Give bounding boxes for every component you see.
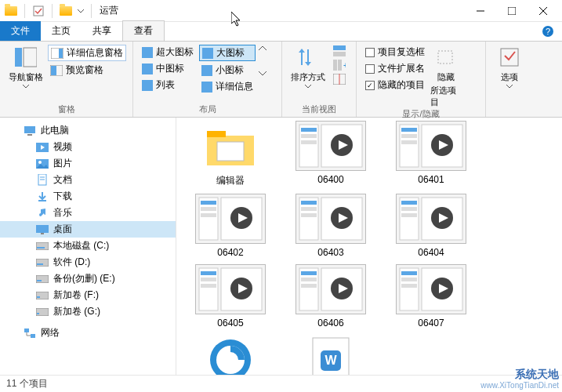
- file-label: 06405: [217, 318, 243, 328]
- group-by-button[interactable]: [331, 45, 348, 57]
- sort-button[interactable]: 排序方式: [288, 45, 328, 89]
- details-view-button[interactable]: 详细信息: [199, 79, 256, 94]
- large-icons-button[interactable]: 大图标: [199, 45, 256, 61]
- checkbox-icon[interactable]: [31, 3, 46, 19]
- nav-tree: 此电脑 视频 图片 文档 下载 音乐 桌面 本地磁盘 (C:) 软件 (D:) …: [0, 118, 176, 375]
- tab-home[interactable]: 主页: [41, 21, 82, 41]
- file-item[interactable]: 06401: [393, 121, 470, 187]
- tree-pictures[interactable]: 图片: [0, 155, 176, 172]
- tree-music[interactable]: 音乐: [0, 205, 176, 221]
- svg-rect-8: [24, 48, 37, 67]
- titlebar: 运营: [0, 0, 562, 22]
- maximize-button[interactable]: [496, 0, 528, 22]
- file-item[interactable]: 06400: [292, 121, 369, 187]
- folder-thumb: [195, 121, 266, 171]
- svg-rect-68: [201, 213, 216, 217]
- svg-rect-0: [34, 6, 43, 16]
- folder-icon[interactable]: [3, 3, 19, 19]
- svg-rect-16: [333, 52, 346, 56]
- item-checkboxes-toggle[interactable]: 项目复选框: [363, 45, 427, 60]
- details-pane-button[interactable]: 详细信息窗格: [48, 45, 126, 61]
- svg-rect-22: [438, 51, 452, 64]
- help-icon[interactable]: ?: [534, 22, 562, 41]
- minimize-button[interactable]: [465, 0, 496, 22]
- file-item[interactable]: 06404: [393, 194, 470, 258]
- tree-desktop[interactable]: 桌面: [0, 221, 176, 238]
- dropdown-icon[interactable]: [76, 3, 85, 19]
- svg-rect-61: [401, 140, 417, 144]
- video-icon: [36, 141, 49, 154]
- svg-rect-102: [401, 278, 417, 281]
- tree-drive-c[interactable]: 本地磁盘 (C:): [0, 238, 176, 254]
- file-item[interactable]: 06405: [192, 264, 269, 328]
- svg-text:?: ?: [546, 27, 550, 36]
- size-columns-button[interactable]: [331, 73, 348, 85]
- window-controls: [465, 0, 559, 22]
- tree-videos[interactable]: 视频: [0, 139, 176, 155]
- svg-rect-60: [401, 134, 417, 138]
- hide-selected-button[interactable]: 隐藏 所选项目: [430, 45, 462, 108]
- file-item[interactable]: 06406: [292, 264, 369, 328]
- file-item[interactable]: 06407: [393, 264, 470, 328]
- list-button[interactable]: 列表: [140, 78, 196, 93]
- close-button[interactable]: [528, 0, 559, 22]
- svg-text:W: W: [325, 354, 337, 367]
- ribbon-group-showhide: 项目复选框 文件扩展名 ✓隐藏的项目 隐藏 所选项目 显示/隐藏: [357, 42, 486, 117]
- hidden-items-toggle[interactable]: ✓隐藏的项目: [363, 78, 427, 93]
- tab-view[interactable]: 查看: [122, 20, 165, 41]
- svg-rect-41: [36, 292, 49, 299]
- small-icons-button[interactable]: 小图标: [199, 63, 256, 78]
- file-label: 06406: [317, 318, 343, 328]
- layout-icon: [142, 47, 153, 58]
- file-label: 编辑器: [216, 174, 245, 187]
- svg-rect-88: [201, 278, 216, 281]
- tree-downloads[interactable]: 下载: [0, 188, 176, 205]
- ribbon-group-panes: 导航窗格 详细信息窗格 预览窗格 窗格: [0, 42, 133, 117]
- checkbox-icon: [365, 64, 375, 74]
- file-item[interactable]: 06403: [292, 194, 369, 258]
- tree-drive-g[interactable]: 新加卷 (G:): [0, 303, 176, 320]
- file-extensions-toggle[interactable]: 文件扩展名: [363, 61, 427, 76]
- scroll-down-icon[interactable]: [259, 70, 266, 78]
- svg-rect-7: [15, 48, 22, 67]
- file-label: 06403: [317, 247, 343, 258]
- tree-drive-d[interactable]: 软件 (D:): [0, 254, 176, 270]
- preview-pane-icon: [50, 65, 63, 76]
- tree-drive-f[interactable]: 新加卷 (F:): [0, 287, 176, 303]
- file-item[interactable]: 06402: [192, 194, 269, 258]
- file-item[interactable]: W绘图1: [292, 335, 369, 375]
- tree-network[interactable]: 网络: [0, 325, 176, 341]
- tree-this-pc[interactable]: 此电脑: [0, 122, 176, 139]
- tab-file[interactable]: 文件: [0, 21, 41, 41]
- svg-rect-25: [27, 134, 32, 136]
- svg-rect-53: [301, 134, 317, 138]
- nav-pane-button[interactable]: 导航窗格: [6, 45, 45, 89]
- add-columns-button[interactable]: +: [331, 59, 348, 71]
- details-pane-icon: [51, 48, 63, 59]
- xlarge-icons-button[interactable]: 超大图标: [140, 45, 196, 60]
- statusbar: 11 个项目: [0, 375, 562, 392]
- svg-rect-87: [201, 271, 216, 275]
- image-thumb: [296, 264, 366, 314]
- item-count: 11 个项目: [6, 377, 48, 390]
- file-label: 06400: [317, 174, 343, 185]
- scroll-up-icon[interactable]: [259, 45, 266, 53]
- svg-rect-24: [24, 126, 35, 133]
- image-thumb: [296, 121, 366, 171]
- svg-rect-59: [401, 128, 417, 132]
- preview-pane-button[interactable]: 预览窗格: [48, 63, 126, 78]
- svg-rect-48: [207, 131, 226, 137]
- tree-documents[interactable]: 文档: [0, 172, 176, 188]
- tab-share[interactable]: 共享: [82, 21, 122, 41]
- items-grid: 编辑器0640006401064020640306404064050640606…: [192, 121, 556, 375]
- svg-rect-37: [36, 259, 49, 267]
- file-item[interactable]: QQ浏览器: [192, 335, 269, 375]
- folder-icon-2[interactable]: [58, 3, 74, 19]
- file-item[interactable]: 编辑器: [192, 121, 269, 187]
- options-button[interactable]: 选项: [493, 45, 526, 89]
- tree-drive-e[interactable]: 备份(勿删) (E:): [0, 270, 176, 287]
- file-label: 06402: [217, 247, 243, 258]
- medium-icons-button[interactable]: 中图标: [140, 61, 196, 76]
- drive-icon: [36, 289, 49, 302]
- nav-pane-label: 导航窗格: [9, 71, 43, 83]
